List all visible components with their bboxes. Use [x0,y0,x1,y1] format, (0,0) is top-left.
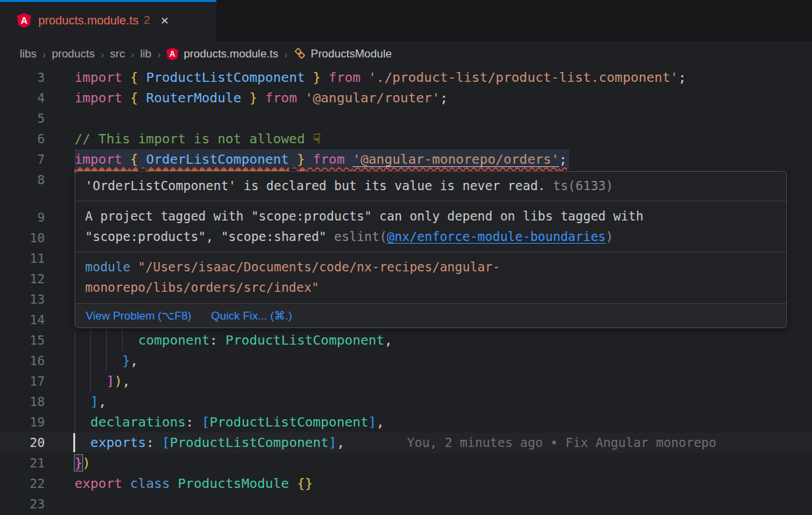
line-number-21: 21 [0,453,45,473]
token-group: from '@angular-monorepo/orders'; [305,151,567,167]
line-content: ]), [75,371,812,392]
code-token [289,475,297,491]
breadcrumb-item-symbol[interactable]: ProductsModule [294,48,392,61]
token-group: import { OrderListComponent } [75,151,305,167]
line-number-18: 18 [0,392,45,412]
line-content: import { ProductListComponent } from './… [75,67,812,88]
breadcrumb-item-libs[interactable]: libs [20,48,37,61]
code-token [75,371,90,392]
breadcrumb-item-products[interactable]: products [52,48,95,61]
code-token: } [297,151,305,167]
code-token: exports [90,434,146,450]
code-line-19[interactable]: 19declarations: [ProductListComponent], [0,412,812,432]
code-token: : [210,332,226,348]
breadcrumb-item-lib[interactable]: lib [140,48,151,61]
code-token: } [75,455,82,471]
popup-action-bar: View Problem (⌥F8) Quick Fix... (⌘.) [75,303,786,328]
code-token [75,392,90,412]
quick-fix-button[interactable]: Quick Fix... (⌘.) [211,309,292,323]
line-number-16: 16 [0,351,45,371]
code-token: ] [369,414,377,430]
class-symbol-icon [294,48,306,61]
code-token [90,371,106,392]
breadcrumb-separator: › [131,49,134,60]
breadcrumb: libs›products›src›lib›Aproducts.module.t… [0,41,812,67]
code-token: , [377,414,385,430]
line-number-11: 11 [0,248,45,269]
code-line-4[interactable]: 4import { RouterModule } from '@angular/… [0,88,812,108]
line-content: import { RouterModule } from '@angular/r… [75,88,812,108]
line-number-15: 15 [0,330,45,351]
line-content: export class ProductsModule {} [75,473,812,494]
code-token: ) [82,455,90,471]
code-token [241,90,249,106]
code-token: ] [106,373,114,389]
code-line-17[interactable]: 17]), [0,371,812,392]
eslint-rule-link[interactable]: @nx/enforce-module-boundaries [387,229,606,244]
line-content: // This import is not allowed ☟ [75,129,812,149]
popup-text: 'OrderListComponent' is declared but its… [85,178,546,193]
code-line-22[interactable]: 22export class ProductsModule {} [0,473,812,494]
code-token [289,151,297,167]
popup-text: module [85,259,131,274]
code-token: { [130,151,138,167]
active-tab-indicator [0,0,216,2]
code-token: } [122,353,130,368]
line-content: ], [75,392,812,412]
tab-products-module[interactable]: A products.module.ts 2 × [0,0,216,41]
line-content [75,494,812,514]
code-token [138,90,146,106]
code-token: ProductListComponent [170,434,329,450]
eslint-error-message-line: A project tagged with "scope:products" c… [85,206,776,226]
line-content: exports: [ProductListComponent],You, 2 m… [75,432,812,453]
breadcrumb-separator: › [157,49,160,60]
popup-text: ts(6133) [546,178,613,193]
line-number-4: 4 [0,88,45,108]
code-token: : [186,414,202,430]
angular-file-icon: A [17,13,31,28]
code-line-23[interactable]: 23 [0,494,812,514]
breadcrumb-separator: › [284,49,288,60]
line-content: declarations: [ProductListComponent], [75,412,812,432]
code-token: // This import is not allowed [75,131,313,147]
code-line-5[interactable]: 5 [0,108,812,129]
code-token [138,69,146,85]
line-content: }) [75,453,812,473]
code-token: , [336,434,344,450]
code-token [138,151,146,167]
popup-text: "scope:products", "scope:shared" [85,229,334,244]
code-token: ProductListComponent [226,332,385,348]
code-line-16[interactable]: 16}, [0,351,812,371]
breadcrumb-item-src[interactable]: src [110,48,125,61]
code-token: ] [328,434,336,450]
line-content [75,108,812,129]
close-icon[interactable]: × [161,13,169,28]
code-line-21[interactable]: 21}) [0,453,812,473]
code-line-20[interactable]: 20exports: [ProductListComponent],You, 2… [0,432,812,453]
code-token: ProductListComponent [146,69,305,85]
orders-import-link[interactable]: '@angular-monorepo/orders' [352,151,559,167]
code-token: component [138,332,209,348]
line-number-17: 17 [0,371,45,392]
code-token: export [75,475,130,491]
code-token: } [249,90,257,106]
code-token [75,351,90,371]
breadcrumb-item-file[interactable]: Aproducts.module.ts [166,48,278,61]
eslint-error-message-line: "scope:products", "scope:shared" eslint(… [85,226,776,247]
code-token: : [146,434,162,450]
code-line-7[interactable]: 7import { OrderListComponent } from '@an… [0,149,812,170]
view-problem-button[interactable]: View Problem (⌥F8) [86,309,191,323]
breadcrumb-separator: › [43,49,46,60]
code-line-6[interactable]: 6// This import is not allowed ☟ [0,129,812,149]
code-token: ProductsModule [178,475,290,491]
code-token [75,432,90,453]
popup-section-eslint-error: A project tagged with "scope:products" c… [75,201,786,252]
code-line-18[interactable]: 18], [0,392,812,412]
code-token [75,330,90,351]
git-blame-annotation: You, 2 minutes ago • Fix Angular monorep… [407,432,716,453]
code-token [90,330,106,351]
code-token [90,351,106,371]
code-line-15[interactable]: 15component: ProductListComponent, [0,330,812,351]
code-token: import [75,151,130,167]
code-line-3[interactable]: 3import { ProductListComponent } from '.… [0,67,812,88]
